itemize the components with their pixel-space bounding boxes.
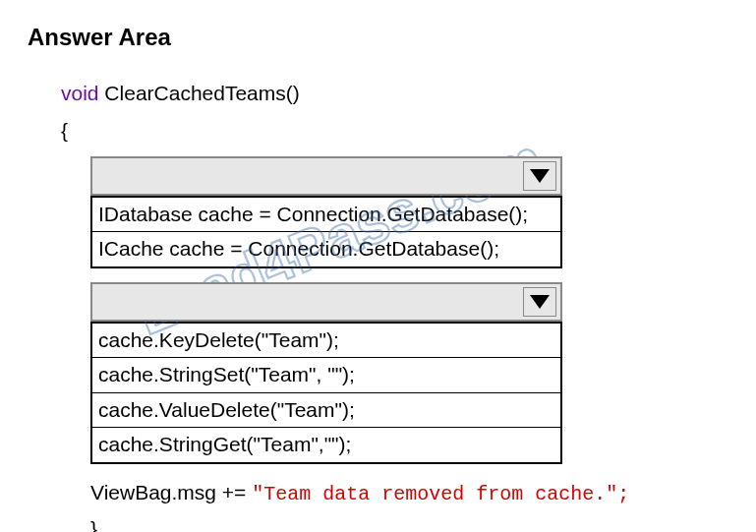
dropdown-1-options: IDatabase cache = Connection.GetDatabase… bbox=[90, 196, 562, 268]
svg-marker-1 bbox=[530, 295, 550, 309]
dropdown-2: cache.KeyDelete("Team"); cache.StringSet… bbox=[90, 282, 562, 464]
dropdown-2-header[interactable] bbox=[90, 282, 562, 322]
method-signature: void ClearCachedTeams() bbox=[61, 79, 728, 108]
dropdown-2-option[interactable]: cache.KeyDelete("Team"); bbox=[92, 322, 560, 357]
function-name: ClearCachedTeams() bbox=[99, 82, 300, 104]
page-title: Answer Area bbox=[28, 24, 728, 51]
chevron-down-icon[interactable] bbox=[523, 161, 556, 191]
svg-marker-0 bbox=[530, 169, 550, 183]
dropdown-2-options: cache.KeyDelete("Team"); cache.StringSet… bbox=[90, 322, 562, 464]
string-literal: "Team data removed from cache."; bbox=[252, 483, 629, 505]
dropdown-1-option[interactable]: IDatabase cache = Connection.GetDatabase… bbox=[92, 196, 560, 231]
close-brace: } bbox=[61, 514, 728, 533]
dropdown-2-option[interactable]: cache.ValueDelete("Team"); bbox=[92, 392, 560, 427]
dropdown-1-option[interactable]: ICache cache = Connection.GetDatabase(); bbox=[92, 231, 560, 266]
void-keyword: void bbox=[61, 82, 99, 104]
dropdown-1-header[interactable] bbox=[90, 156, 562, 196]
open-brace: { bbox=[61, 116, 728, 146]
viewbag-assign: ViewBag.msg += bbox=[90, 481, 252, 503]
chevron-down-icon[interactable] bbox=[523, 287, 556, 317]
dropdown-1: IDatabase cache = Connection.GetDatabase… bbox=[90, 156, 562, 268]
dropdown-2-option[interactable]: cache.StringSet("Team", ""); bbox=[92, 357, 560, 391]
viewbag-line: ViewBag.msg += "Team data removed from c… bbox=[61, 478, 728, 508]
code-block: void ClearCachedTeams() { IDatabase cach… bbox=[28, 79, 728, 532]
dropdown-2-option[interactable]: cache.StringGet("Team",""); bbox=[92, 427, 560, 461]
